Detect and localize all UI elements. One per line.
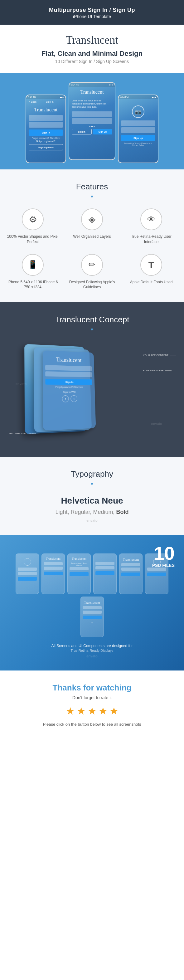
layer-social-btns: f t [46,395,93,403]
concept-arrow: ▼ [6,327,178,332]
tab-signin[interactable]: Sign In [72,129,92,134]
psd-input-6a [147,568,166,571]
star-2: ★ [77,705,86,717]
email-input[interactable] [29,115,63,121]
psd-screen-2: Translucent [42,554,65,594]
layer-logo: Translucent [45,356,92,364]
star-1: ★ [66,705,75,717]
feature-label-6: Apple Default Fonts Used [125,280,178,285]
thanks-title: Thanks for watching [6,683,178,693]
psd-caption: All Screens and UI Components are design… [6,643,178,649]
psd-btn-7 [82,616,102,619]
star-3: ★ [88,705,97,717]
phone2-input2[interactable] [72,118,112,124]
forgot-link[interactable]: Forgot password? Click Here [26,137,65,139]
concept-diagram: Translucent Translucent Sign In Forgot p… [6,341,178,441]
back-btn[interactable]: < Back [29,100,36,103]
bottom-btns: Sign In Sign Up [72,129,112,134]
layer-content: Translucent Sign In Forgot password? Cli… [43,350,96,431]
weight-regular: Regular [70,509,90,515]
psd-input-1b [18,572,37,575]
phone-icon: 📱 [28,260,38,270]
psd-input-4a [95,562,114,565]
psd-btn-4 [95,571,114,575]
status-bar-3: 6:04 PM ●●● [119,95,158,99]
psd-screen-5: Translucent [119,554,142,594]
psd-screen-3: Translucent Lorem ipsum dolor sit amet [68,554,90,594]
concept-section: Translucent Concept ▼ Translucent Transl… [0,302,184,457]
tab-signup[interactable]: Sign Up [93,129,112,134]
guidelines-icon: ✏ [89,260,95,270]
psd-btn-1 [18,577,37,581]
psd-screen-4 [94,554,116,594]
psd-logo-3: Translucent [72,557,86,560]
phone-mockup-3: 6:04 PM ●●● 📷 Sign Up I accept the Terms… [118,94,159,163]
psd-logo-2: Translucent [46,557,60,560]
psd-input-2a [44,562,63,565]
not-registered: Not yet registered ? [26,140,65,142]
eye-icon: 👁 [147,215,155,224]
psd-input-3a [70,567,89,570]
psd-logo-5: Translucent [123,558,139,561]
phone3-input1[interactable] [121,121,155,126]
feature-icon-2: ◈ envato [81,208,103,230]
psd-phone-6 [145,554,168,594]
psd-watermark: envato [6,654,178,658]
phone3-terms: I accept the Terms of Service and Privac… [119,142,158,146]
layer-content-inner: Translucent Sign In Forgot password? Cli… [43,350,95,405]
feature-icon-5: ✏ [81,254,103,276]
weight-bold: Bold [116,509,129,515]
layer-signin-with: Sign In With [46,391,93,393]
header-title: Multipurpose Sign In / Sign Up [6,7,178,13]
font-icon: T [148,259,154,270]
psd-phone-5: Translucent [119,554,143,594]
signin-btn[interactable]: Sign In [29,129,63,136]
feature-label-1: 100% Vector Shapes and Pixel Perfect [6,234,59,245]
phone-screen-1: 9:41 AM ●●● < Back Sign In Translucent S… [26,95,65,162]
stars-row: ★ ★ ★ ★ ★ [6,705,178,717]
phone3-input2[interactable] [121,127,155,133]
signup-now-btn[interactable]: Sign Up Now [29,144,63,150]
status-bar-1: 9:41 AM ●●● [26,95,65,99]
star-5: ★ [109,705,119,717]
feature-label-4: iPhone 5 640 x 1136 iPhone 6 750 x1334 [6,280,59,290]
feature-item-2: ◈ envato Well Organised Layers [65,208,119,245]
psd-input-7a [82,606,102,609]
thanks-section: Thanks for watching Don't forget to rate… [0,670,184,739]
phone3-signup-btn[interactable]: Sign Up [121,135,155,141]
concept-watermark-1: envato [16,382,27,386]
phone-screen-2: 9:04 PM ●●● Translucent Unde omnis ista … [69,83,115,159]
nav-bar-1: < Back Sign In [26,99,65,105]
password-input[interactable] [29,122,63,127]
psd-logo-7: Translucent [84,601,100,605]
nav-title: Sign In [46,100,54,103]
phone-mockup-2: 9:04 PM ●●● Translucent Unde omnis ista … [68,82,116,160]
layer-input-email [45,365,92,371]
dot-3 [94,126,95,127]
psd-btn-3 [70,572,89,576]
tagline-sub: 10 Different Sign In / Sign Up Screens [6,59,178,64]
weight-light: Light [55,509,67,515]
concept-watermark-2: envato [151,422,162,426]
phone-screen-3: 6:04 PM ●●● 📷 Sign Up I accept the Terms… [119,95,158,162]
twitter-btn[interactable]: t [70,395,77,402]
tagline-main: Flat, Clean and Minimal Design [6,49,178,58]
psd-input-2b [44,566,63,570]
phone2-text: Unde omnis ista natus error sit voluptat… [69,97,115,110]
label-blurred: BLURRED IMAGE [143,369,176,372]
psd-btn-2 [44,571,63,575]
phone2-input1[interactable] [72,111,112,117]
brand-logo: Translucent [6,33,178,46]
features-title: Features [6,182,178,192]
camera-circle[interactable]: 📷 [132,105,144,118]
feature-item-3: 👁 envato True Retina-Ready User Interfac… [125,208,178,245]
facebook-btn[interactable]: f [62,395,69,402]
psd-btn-5 [121,573,140,576]
layer-forgot-text: Forgot password? Click Here [46,386,93,388]
phone-mockup-1: 9:41 AM ●●● < Back Sign In Translucent S… [25,94,66,163]
psd-input-5a [121,563,140,566]
typography-section: Typography ▼ Helvetica Neue Light, Regul… [0,457,184,535]
psd-input-7b [82,611,102,614]
phone-mockup-area: 9:41 AM ●●● < Back Sign In Translucent S… [0,73,184,169]
feature-label-5: Designed Following Apple's Guidelines [65,280,119,290]
